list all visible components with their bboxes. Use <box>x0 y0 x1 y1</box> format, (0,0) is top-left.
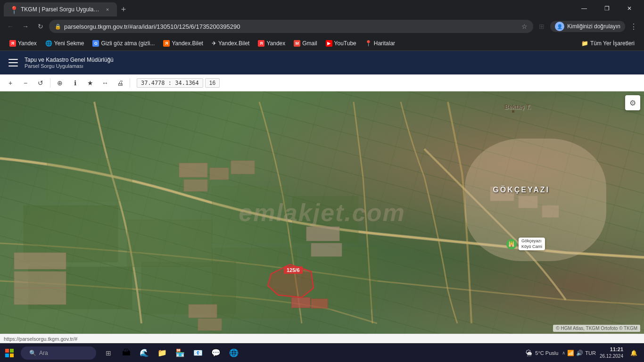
taskbar-search[interactable]: 🔍 Ara <box>21 346 96 360</box>
notification-icon: 🔔 <box>630 350 637 356</box>
taskbar-explorer-icon[interactable]: 🏔 <box>118 345 135 362</box>
zoom-in-button[interactable]: + <box>4 76 17 90</box>
explorer-icon: 🏔 <box>122 348 131 358</box>
app-header: Tapu ve Kadastro Genel Müdürlüğü Parsel … <box>0 51 644 74</box>
taskbar-date-display: 26.12.2024 <box>600 353 623 360</box>
zoom-out-button[interactable]: − <box>19 76 32 90</box>
mosque-poi[interactable]: 🕌 GökçeyazıKöyü Cami <box>506 238 545 250</box>
bookmarks-bar: Я Yandex 🌐 Yeni Sekme G Gizli göz atma (… <box>0 36 644 51</box>
mosque-poi-label: GökçeyazıKöyü Cami <box>519 238 545 250</box>
reload-button[interactable]: ↻ <box>34 20 47 33</box>
browser-tab[interactable]: 📍 TKGM | Parsel Sorgu Uygulama... × <box>4 2 117 16</box>
taskbar-search-icon: 🔍 <box>29 350 36 356</box>
bookmark-new-tab-favicon: 🌐 <box>45 40 52 47</box>
taskbar-clock[interactable]: 11:21 26.12.2024 <box>600 346 623 360</box>
title-bar: 📍 TKGM | Parsel Sorgu Uygulama... × + — … <box>0 0 644 17</box>
bookmark-incognito[interactable]: G Gizli göz atma (gizli... <box>89 38 158 49</box>
crosshair-button[interactable]: ⊕ <box>53 76 66 90</box>
bookmark-folder-icon: 📁 <box>581 40 588 47</box>
restore-button[interactable]: ❐ <box>596 1 618 16</box>
tab-close-button[interactable]: × <box>104 6 111 13</box>
browser-window: 📍 TKGM | Parsel Sorgu Uygulama... × + — … <box>0 0 644 343</box>
bookmark-youtube[interactable]: ▶ YouTube <box>322 38 360 49</box>
map-area[interactable]: emlakjet.com GÖKÇEYAZI Bektaş T. 125/6 🕌… <box>0 91 644 334</box>
taskbar-outlook-icon[interactable]: 📧 <box>190 345 206 362</box>
bookmark-yandex-label: Yandex <box>18 40 37 47</box>
task-view-button[interactable]: ⊞ <box>100 345 117 362</box>
browser-menu-button[interactable]: ⋮ <box>627 20 640 33</box>
address-text: parselsorgu.tkgm.gov.tr/#ara/idari/13051… <box>64 23 519 30</box>
tray-system-icons: ∧ 📶 🔊 TUR <box>562 350 596 356</box>
bookmark-flight-favicon: ✈ <box>212 40 216 47</box>
bookmark-yandex-2-label: Yandex <box>266 40 285 47</box>
bookmark-yandex-bilet-1-favicon: Я <box>163 40 170 47</box>
new-tab-button[interactable]: + <box>117 3 130 16</box>
bookmark-incognito-favicon: G <box>92 40 99 47</box>
bookmark-maps-favicon: 📍 <box>365 40 372 47</box>
taskbar-edge-icon[interactable]: 🌊 <box>136 345 153 362</box>
taskbar: 🔍 Ara ⊞ 🏔 🌊 📁 🏪 📧 💬 🌐 🌦 <box>0 343 644 362</box>
store-icon: 🏪 <box>175 348 185 357</box>
bookmark-all-folder[interactable]: 📁 Tüm Yer İşaretleri <box>578 38 638 49</box>
arrows-button[interactable]: ↔ <box>99 76 112 90</box>
forward-button[interactable]: → <box>19 20 32 33</box>
bookmark-gmail[interactable]: M Gmail <box>290 38 321 49</box>
info-button[interactable]: ℹ <box>68 76 82 90</box>
extensions-button[interactable]: ⊞ <box>535 20 548 33</box>
refresh-button[interactable]: ↺ <box>34 76 47 90</box>
close-button[interactable]: ✕ <box>619 1 640 16</box>
hamburger-menu[interactable] <box>8 57 19 68</box>
bookmark-yandex-bilet-2[interactable]: ✈ Yandex.Bilet <box>208 38 254 49</box>
nav-right-area: ⊞ 👤 Kimliğinizi doğrulayın ⋮ <box>535 20 640 33</box>
bookmark-incognito-label: Gizli göz atma (gizli... <box>101 40 155 47</box>
bookmark-yandex[interactable]: Я Yandex <box>6 38 41 49</box>
tab-title: TKGM | Parsel Sorgu Uygulama... <box>21 6 100 13</box>
bookmark-star-icon[interactable]: ☆ <box>521 23 528 30</box>
bookmark-new-tab-label: Yeni Sekme <box>54 40 84 47</box>
bookmark-yandex-bilet-2-label: Yandex.Bilet <box>218 40 250 47</box>
bookmark-maps[interactable]: 📍 Haritalar <box>361 38 399 49</box>
taskbar-windows-store-icon[interactable]: 🏪 <box>172 345 189 362</box>
star-button[interactable]: ★ <box>83 76 97 90</box>
bookmark-new-tab[interactable]: 🌐 Yeni Sekme <box>41 38 88 49</box>
taskbar-chrome-icon[interactable]: 🌐 <box>225 345 242 362</box>
print-button[interactable]: 🖨 <box>114 76 127 90</box>
taskbar-chat-icon[interactable]: 💬 <box>207 345 224 362</box>
network-icon[interactable]: 📶 <box>567 350 574 356</box>
volume-icon[interactable]: 🔊 <box>576 350 583 356</box>
app-title-line2: Parsel Sorgu Uygulaması <box>25 63 114 69</box>
profile-avatar: 👤 <box>555 22 564 31</box>
tray-icons: 🌦 5°C Puslu <box>526 349 558 357</box>
separator-1 <box>50 78 50 88</box>
files-icon: 📁 <box>157 348 167 357</box>
notification-button[interactable]: 🔔 <box>627 345 640 362</box>
secure-icon: 🔒 <box>55 24 61 30</box>
app-title: Tapu ve Kadastro Genel Müdürlüğü Parsel … <box>25 57 114 69</box>
separator-2 <box>130 78 130 88</box>
outlook-icon: 📧 <box>193 348 203 357</box>
bookmark-all-label: Tüm Yer İşaretleri <box>590 40 635 47</box>
coordinates-display: 37.4778 : 34.1364 <box>137 78 203 88</box>
profile-button[interactable]: 👤 Kimliğinizi doğrulayın <box>550 21 625 32</box>
back-button[interactable]: ← <box>4 20 17 33</box>
zoom-level-display: 16 <box>205 78 220 88</box>
bookmark-youtube-label: YouTube <box>334 40 356 47</box>
bookmark-yandex-bilet-1[interactable]: Я Yandex.Bilet <box>159 38 207 49</box>
bookmark-yandex-2[interactable]: Я Yandex <box>254 38 289 49</box>
svg-rect-29 <box>10 354 14 357</box>
start-button[interactable] <box>0 344 19 362</box>
taskbar-search-label: Ara <box>39 350 48 356</box>
address-bar[interactable]: 🔒 parselsorgu.tkgm.gov.tr/#ara/idari/130… <box>49 20 533 33</box>
map-settings-button[interactable]: ⚙ <box>625 95 640 110</box>
minimize-button[interactable]: — <box>573 1 595 16</box>
taskbar-files-icon[interactable]: 📁 <box>154 345 171 362</box>
windows-logo-icon <box>5 348 14 358</box>
task-view-icon: ⊞ <box>106 349 111 357</box>
hilltop-dot <box>512 110 514 113</box>
map-toolbar: + − ↺ ⊕ ℹ ★ ↔ 🖨 37.4778 : 34.1364 16 <box>0 74 644 91</box>
taskbar-icon-area: ⊞ 🏔 🌊 📁 🏪 📧 💬 🌐 <box>100 345 242 362</box>
chevron-up-icon[interactable]: ∧ <box>562 350 565 355</box>
taskbar-time-display: 11:21 <box>600 346 623 353</box>
bookmark-yandex-favicon: Я <box>9 40 16 47</box>
window-controls: — ❐ ✕ <box>573 1 640 16</box>
